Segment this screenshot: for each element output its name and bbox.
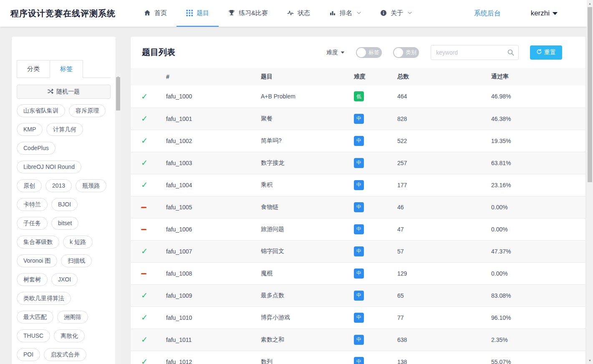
table-row[interactable]: ✓fafu_1009最多点数中6583.08% [131,284,585,306]
accept-rate: 0.00% [491,196,585,218]
random-problem-button[interactable]: 随机一题 [17,85,111,99]
problem-title[interactable]: 聚餐 [261,108,354,130]
problem-id[interactable]: fafu_1005 [166,196,261,218]
problem-title[interactable]: 简单吗? [261,130,354,152]
total-count: 177 [397,174,491,196]
difficulty-dropdown[interactable]: 难度 [326,49,345,56]
tag-chip[interactable]: 容斥原理 [69,104,106,117]
tag-chip[interactable]: 扫描线 [61,254,92,267]
tag-chip[interactable]: 启发式合并 [44,348,86,361]
tag-chip[interactable]: 最大匹配 [17,311,53,324]
problem-id[interactable]: fafu_1001 [166,108,261,130]
category-toggle[interactable]: 类别 [393,47,419,58]
problem-id[interactable]: fafu_1008 [166,262,261,284]
accept-rate: 0.00% [491,262,585,284]
table-row[interactable]: ✓fafu_1010博弈小游戏中7796.10% [131,306,585,329]
tag-chip[interactable]: 离散化 [54,329,85,342]
scroll-up-arrow-icon[interactable]: ▲ [587,0,593,7]
tab-category[interactable]: 分类 [17,60,50,78]
table-row[interactable]: fafu_1006旅游问题中470.00% [131,218,585,240]
tag-chip[interactable]: 山东省队集训 [17,104,65,117]
tag-chip[interactable]: BJOI [51,198,78,211]
problem-id[interactable]: fafu_1009 [166,284,261,306]
problem-title[interactable]: 博弈小游戏 [261,306,354,329]
page-scrollbar[interactable]: ▲ ▼ [587,0,593,364]
chevron-down-icon [357,12,361,14]
problem-id[interactable]: fafu_1007 [166,240,261,262]
tag-chip[interactable]: bitset [51,217,78,230]
user-menu[interactable]: kerzhi [531,9,558,18]
problem-title[interactable]: 旅游问题 [261,218,354,240]
table-row[interactable]: fafu_1005食物链中460.00% [131,196,585,218]
problem-title[interactable]: 魔棍 [261,262,354,284]
problem-title[interactable]: 乘积 [261,174,354,196]
problem-title[interactable]: 锦字回文 [261,240,354,262]
nav-item-4[interactable]: 状态 [278,0,320,27]
table-row[interactable]: fafu_1008魔棍中1290.00% [131,262,585,284]
tag-chip[interactable]: CodePlus [17,142,56,155]
problem-title[interactable]: A+B Problem [261,85,354,108]
nav-item-2[interactable]: 题目 [177,0,219,27]
accept-rate: 96.10% [491,306,585,329]
tag-chip[interactable]: THUSC [17,329,50,342]
sidebar-scrollbar-thumb[interactable] [116,77,120,110]
table-row[interactable]: ✓fafu_1000A+B Problem低46446.98% [131,85,585,108]
tag-list: 山东省队集训容斥原理KMP计算几何CodePlusLibreOJ NOI Rou… [17,104,111,364]
tag-chip[interactable]: Voronoi 图 [17,254,57,267]
tab-tags[interactable]: 标签 [50,60,83,78]
table-row[interactable]: ✓fafu_1007锦字回文中5747.37% [131,240,585,262]
reset-button-label: 重置 [544,49,556,56]
tag-chip[interactable]: 瓶颈路 [76,179,106,192]
table-row[interactable]: ✓fafu_1002简单吗?中52219.35% [131,130,585,152]
tag-chip[interactable]: k 短路 [63,236,93,249]
problem-id[interactable]: fafu_1010 [166,306,261,329]
problem-title[interactable]: 最多点数 [261,284,354,306]
tags-toggle[interactable]: 标签 [356,47,382,58]
tag-chip[interactable]: 计算几何 [46,123,83,136]
table-row[interactable]: ✓fafu_1003数字接龙中25763.81% [131,152,585,174]
search-icon[interactable] [507,49,515,56]
table-row[interactable]: ✓fafu_1001聚餐中82846.38% [131,108,585,130]
tag-chip[interactable]: 2013 [45,179,72,192]
tag-chip[interactable]: POI [17,348,40,361]
problem-title[interactable]: 数字接龙 [261,152,354,174]
difficulty-cell: 中 [354,174,397,196]
tag-chip[interactable]: 树套树 [17,273,48,286]
accept-rate: 83.08% [491,284,585,306]
tag-chip[interactable]: 集合幂级数 [17,236,59,249]
tag-chip[interactable]: 卡特兰 [17,198,48,211]
problem-title[interactable]: 素数之和 [261,329,354,351]
reset-button[interactable]: 重置 [530,45,562,60]
search-input[interactable] [431,45,519,60]
table-row[interactable]: ✓fafu_1012数列中13855.07% [131,351,585,364]
problem-id[interactable]: fafu_1000 [166,85,261,108]
attempted-minus-icon [141,207,146,208]
table-row[interactable]: ✓fafu_1011素数之和中6382.35% [131,329,585,351]
total-count: 129 [397,262,491,284]
problem-id[interactable]: fafu_1002 [166,130,261,152]
problem-title[interactable]: 数列 [261,351,354,364]
sidebar-scrollbar[interactable]: ▲ ▼ [115,73,121,364]
table-row[interactable]: ✓fafu_1004乘积中17723.16% [131,174,585,196]
page-scrollbar-thumb[interactable] [588,7,592,182]
tag-chip[interactable]: KMP [17,123,43,136]
tag-chip[interactable]: 洲阁筛 [57,311,88,324]
tag-chip[interactable]: LibreOJ NOI Round [17,161,81,173]
tag-chip[interactable]: 原创 [17,179,42,192]
admin-backend-link[interactable]: 系统后台 [474,9,501,18]
tag-chip[interactable]: JXOI [51,273,78,286]
tag-chip[interactable]: 子任务 [17,217,48,230]
problem-title[interactable]: 食物链 [261,196,354,218]
nav-item-3[interactable]: 练习&比赛 [219,0,278,27]
problem-id[interactable]: fafu_1012 [166,351,261,364]
problem-id[interactable]: fafu_1004 [166,174,261,196]
attempted-minus-icon [141,273,146,274]
nav-item-1[interactable]: 首页 [134,0,177,27]
tag-chip[interactable]: 类欧几里得算法 [17,292,71,305]
problem-id[interactable]: fafu_1011 [166,329,261,351]
nav-item-5[interactable]: 排名 [320,0,371,27]
problem-id[interactable]: fafu_1003 [166,152,261,174]
problem-id[interactable]: fafu_1006 [166,218,261,240]
nav-item-6[interactable]: 关于 [371,0,421,27]
scroll-down-arrow-icon[interactable]: ▼ [587,357,593,364]
